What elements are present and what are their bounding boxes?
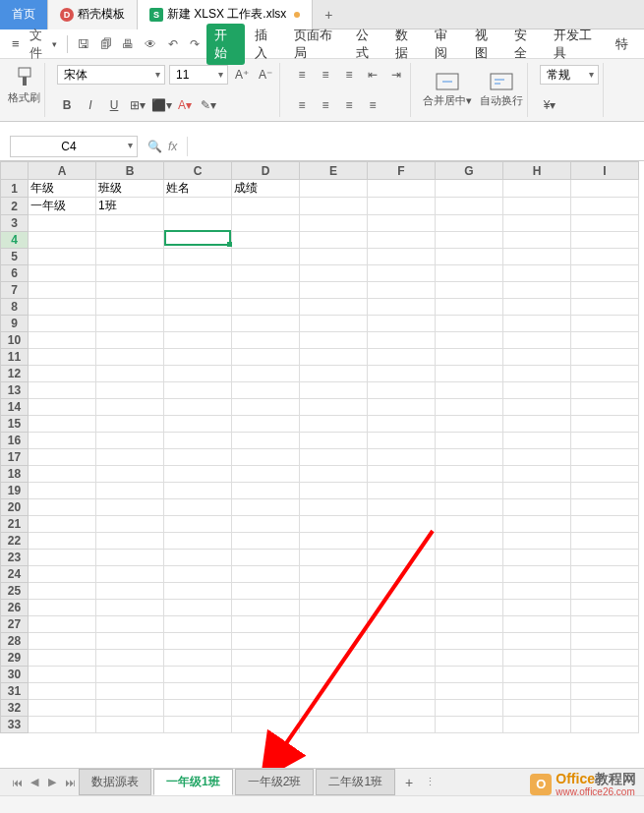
cell-C26[interactable] (164, 600, 232, 616)
align-center-button[interactable]: ≡ (316, 95, 335, 115)
cell-D29[interactable] (232, 650, 300, 667)
cell-B4[interactable] (96, 232, 164, 249)
fx-label[interactable]: fx (168, 140, 177, 153)
cell-I7[interactable] (571, 282, 639, 299)
cell-B28[interactable] (96, 633, 164, 650)
cell-G23[interactable] (436, 550, 503, 566)
cell-B29[interactable] (96, 650, 164, 667)
cell-F19[interactable] (368, 483, 436, 499)
cell-A20[interactable] (29, 499, 96, 516)
cell-I27[interactable] (571, 616, 639, 633)
cell-H24[interactable] (503, 566, 571, 583)
cell-G29[interactable] (436, 650, 503, 667)
cell-E4[interactable] (300, 232, 368, 249)
cell-H8[interactable] (503, 299, 571, 316)
row-head-22[interactable]: 22 (1, 533, 29, 550)
sheet-tab-3[interactable]: 二年级1班 (316, 769, 395, 795)
cell-H9[interactable] (503, 316, 571, 332)
decrease-font-button[interactable]: A⁻ (256, 65, 275, 85)
cell-F24[interactable] (368, 566, 436, 583)
cell-C17[interactable] (164, 449, 232, 466)
cell-C11[interactable] (164, 349, 232, 366)
cell-B10[interactable] (96, 332, 164, 349)
zoom-icon[interactable]: 🔍 (147, 140, 162, 153)
cell-E22[interactable] (300, 533, 368, 550)
cell-G27[interactable] (436, 616, 503, 633)
cell-F28[interactable] (368, 633, 436, 650)
row-head-15[interactable]: 15 (1, 416, 29, 433)
cell-C32[interactable] (164, 700, 232, 717)
cell-G16[interactable] (436, 433, 503, 449)
auto-wrap-button[interactable]: 自动换行 (480, 72, 523, 108)
cell-A3[interactable] (29, 215, 96, 232)
row-head-11[interactable]: 11 (1, 349, 29, 366)
cell-C13[interactable] (164, 382, 232, 399)
cell-B7[interactable] (96, 282, 164, 299)
cell-G15[interactable] (436, 416, 503, 433)
fill-color-button[interactable]: ⬛▾ (151, 95, 171, 115)
format-brush-button[interactable]: 格式刷 (8, 65, 40, 105)
row-head-10[interactable]: 10 (1, 332, 29, 349)
ribbon-tab-more[interactable]: 特 (608, 31, 636, 57)
cell-H10[interactable] (503, 332, 571, 349)
cell-I29[interactable] (571, 650, 639, 667)
cell-G11[interactable] (436, 349, 503, 366)
cell-D16[interactable] (232, 433, 300, 449)
row-head-31[interactable]: 31 (1, 683, 29, 700)
cell-B8[interactable] (96, 299, 164, 316)
cell-I31[interactable] (571, 683, 639, 700)
cell-D15[interactable] (232, 416, 300, 433)
cell-G10[interactable] (436, 332, 503, 349)
cell-C22[interactable] (164, 533, 232, 550)
cell-H29[interactable] (503, 650, 571, 667)
cell-H31[interactable] (503, 683, 571, 700)
cell-C12[interactable] (164, 366, 232, 382)
cell-B18[interactable] (96, 466, 164, 483)
merge-center-button[interactable]: 合并居中▾ (423, 72, 472, 108)
cell-F21[interactable] (368, 516, 436, 533)
row-head-14[interactable]: 14 (1, 399, 29, 416)
cell-A25[interactable] (29, 583, 96, 600)
select-all-corner[interactable] (1, 162, 29, 180)
cell-D32[interactable] (232, 700, 300, 717)
cell-C7[interactable] (164, 282, 232, 299)
sheet-nav-last[interactable]: ⏭ (61, 777, 79, 788)
cell-B20[interactable] (96, 499, 164, 516)
cell-H16[interactable] (503, 433, 571, 449)
row-head-5[interactable]: 5 (1, 249, 29, 265)
increase-font-button[interactable]: A⁺ (232, 65, 252, 85)
cell-F20[interactable] (368, 499, 436, 516)
cell-F25[interactable] (368, 583, 436, 600)
cell-G4[interactable] (436, 232, 503, 249)
cell-D1[interactable]: 成绩 (232, 180, 300, 198)
row-head-32[interactable]: 32 (1, 700, 29, 717)
cell-D28[interactable] (232, 633, 300, 650)
tab-template[interactable]: D 稻壳模板 (48, 0, 138, 29)
cell-E18[interactable] (300, 466, 368, 483)
currency-button[interactable]: ¥▾ (540, 95, 559, 115)
row-head-26[interactable]: 26 (1, 600, 29, 616)
sheet-tab-0[interactable]: 数据源表 (79, 769, 151, 795)
cell-I11[interactable] (571, 349, 639, 366)
cell-F9[interactable] (368, 316, 436, 332)
cell-H20[interactable] (503, 499, 571, 516)
cell-B19[interactable] (96, 483, 164, 499)
align-left-button[interactable]: ≡ (292, 95, 312, 115)
cell-H23[interactable] (503, 550, 571, 566)
cell-B32[interactable] (96, 700, 164, 717)
cell-A28[interactable] (29, 633, 96, 650)
cell-F26[interactable] (368, 600, 436, 616)
cell-E8[interactable] (300, 299, 368, 316)
cell-I18[interactable] (571, 466, 639, 483)
cell-H21[interactable] (503, 516, 571, 533)
cell-E32[interactable] (300, 700, 368, 717)
col-head-H[interactable]: H (503, 162, 571, 180)
col-head-E[interactable]: E (300, 162, 368, 180)
cell-D22[interactable] (232, 533, 300, 550)
cell-C14[interactable] (164, 399, 232, 416)
cell-E28[interactable] (300, 633, 368, 650)
cell-H19[interactable] (503, 483, 571, 499)
cell-G7[interactable] (436, 282, 503, 299)
cell-F13[interactable] (368, 382, 436, 399)
cell-C27[interactable] (164, 616, 232, 633)
